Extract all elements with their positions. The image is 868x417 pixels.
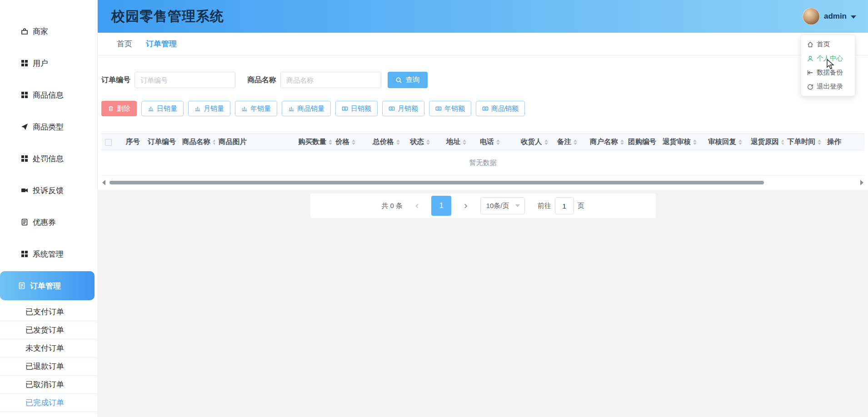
order-no-input[interactable]	[135, 72, 235, 88]
yearly-sales-volume-button[interactable]: 年销量	[235, 101, 277, 116]
bar-chart-icon	[195, 105, 201, 112]
column-header-return-reason[interactable]: 退货原因	[747, 134, 783, 150]
sort-icon[interactable]	[426, 139, 430, 145]
column-header-address[interactable]: 地址	[443, 134, 476, 150]
menu-item-data-backup[interactable]: 数据备份	[801, 65, 855, 79]
feedback-icon	[21, 187, 28, 194]
sort-icon[interactable]	[620, 139, 624, 145]
select-all-checkbox[interactable]	[105, 139, 112, 146]
menu-item-profile[interactable]: 个人中心	[801, 51, 855, 65]
empty-placeholder: 暂无数据	[101, 150, 864, 176]
horizontal-scrollbar[interactable]	[101, 179, 864, 186]
sidebar-item-label: 商家	[33, 26, 48, 37]
query-button[interactable]: 查询	[388, 72, 428, 88]
avatar[interactable]	[803, 8, 820, 25]
sidebar-item-product-type[interactable]: 商品类型	[0, 111, 97, 143]
sort-icon[interactable]	[178, 139, 179, 145]
submenu-item-paid-orders[interactable]: 已支付订单	[0, 303, 97, 321]
sidebar-item-product-info[interactable]: 商品信息	[0, 79, 97, 111]
column-header-price[interactable]: 价格	[332, 134, 369, 150]
app-root: { "header": { "title": "校园零售管理系统", "user…	[0, 0, 868, 417]
sidebar-item-label: 处罚信息	[33, 154, 64, 164]
page-size-select[interactable]: 10条/页	[480, 197, 525, 214]
column-header-consignee[interactable]: 收货人	[517, 134, 554, 150]
user-menu-trigger[interactable]: admin	[803, 8, 856, 25]
product-name-input[interactable]	[280, 72, 381, 88]
column-header-review-reply[interactable]: 审核回复	[704, 134, 747, 150]
column-header-product-name[interactable]: 商品名称	[179, 134, 215, 150]
page-1-button[interactable]: 1	[431, 196, 451, 216]
monthly-sales-volume-button[interactable]: 月销量	[188, 101, 230, 116]
menu-item-home[interactable]: 首页	[801, 37, 855, 51]
sort-icon[interactable]	[818, 139, 821, 145]
search-row: 订单编号 商品名称 查询	[101, 55, 864, 88]
sort-icon[interactable]	[352, 139, 355, 145]
sidebar-item-label: 优惠券	[33, 217, 56, 228]
submenu-item-completed-orders[interactable]: 已完成订单	[0, 394, 97, 412]
monthly-sales-amount-button[interactable]: 月销额	[382, 101, 424, 116]
tab-home[interactable]: 首页	[117, 39, 132, 49]
scroll-left-arrow-icon[interactable]	[102, 180, 105, 185]
sidebar-item-coupon[interactable]: 优惠券	[0, 206, 97, 238]
sort-icon[interactable]	[496, 139, 500, 145]
prev-page-button[interactable]: ‹	[415, 200, 419, 212]
yearly-sales-amount-button[interactable]: 年销额	[429, 101, 471, 116]
sort-icon[interactable]	[658, 139, 659, 145]
coupon-icon	[21, 218, 28, 226]
submenu-item-cancelled-orders[interactable]: 已取消订单	[0, 376, 97, 394]
money-icon	[435, 105, 442, 112]
scroll-right-arrow-icon[interactable]	[860, 180, 863, 185]
column-header-order-no[interactable]: 订单编号	[144, 134, 179, 150]
daily-sales-volume-button[interactable]: 日销量	[141, 101, 184, 116]
submenu-item-shipped-orders[interactable]: 已发货订单	[0, 321, 97, 339]
orders-submenu: 已支付订单 已发货订单 未支付订单 已退款订单 已取消订单 已完成订单	[0, 303, 97, 412]
sidebar-item-label: 商品类型	[33, 122, 64, 132]
column-header-phone[interactable]: 电话	[476, 134, 517, 150]
column-header-merchant-name[interactable]: 商户名称	[586, 134, 624, 150]
sort-icon[interactable]	[693, 139, 697, 145]
next-page-button[interactable]: ›	[464, 200, 467, 212]
sidebar-item-users[interactable]: 用户	[0, 47, 97, 79]
product-sales-amount-button[interactable]: 商品销额	[476, 101, 525, 116]
sort-icon[interactable]	[574, 139, 577, 145]
sidebar-item-label: 系统管理	[33, 249, 64, 259]
menu-item-logout[interactable]: 退出登录	[801, 79, 855, 94]
money-icon	[389, 105, 395, 112]
product-sales-volume-button[interactable]: 商品销量	[282, 101, 331, 116]
backup-icon	[807, 70, 813, 76]
sidebar-item-merchant[interactable]: 商家	[0, 15, 97, 47]
user-dropdown-menu: 首页 个人中心 数据备份 退出登录	[801, 35, 855, 96]
scrollbar-thumb[interactable]	[110, 181, 764, 184]
sidebar-item-feedback[interactable]: 投诉反馈	[0, 174, 97, 206]
sort-icon[interactable]	[396, 139, 400, 145]
daily-sales-amount-button[interactable]: 日销额	[335, 101, 378, 116]
home-icon	[807, 41, 813, 48]
sidebar-item-system[interactable]: 系统管理	[0, 238, 97, 270]
submenu-item-refunded-orders[interactable]: 已退款订单	[0, 357, 97, 376]
column-header-return-review[interactable]: 退货审核	[659, 134, 704, 150]
column-header-remark[interactable]: 备注	[554, 134, 586, 150]
sort-icon[interactable]	[781, 139, 783, 145]
column-header-status[interactable]: 状态	[406, 134, 443, 150]
submenu-item-unpaid-orders[interactable]: 未支付订单	[0, 339, 97, 357]
delete-button[interactable]: 删除	[101, 101, 137, 116]
sort-icon[interactable]	[463, 139, 466, 145]
column-header-index: 序号	[122, 134, 144, 150]
sort-icon[interactable]	[213, 139, 215, 145]
search-icon	[395, 77, 402, 84]
column-header-quantity[interactable]: 购买数量	[294, 134, 332, 150]
goto-prefix-label: 前往	[538, 202, 551, 210]
column-header-order-time[interactable]: 下单时间	[783, 134, 823, 150]
column-header-total-price[interactable]: 总价格	[369, 134, 406, 150]
sort-icon[interactable]	[544, 139, 548, 145]
bar-chart-icon	[288, 105, 294, 112]
tab-order-management[interactable]: 订单管理	[146, 39, 177, 49]
sidebar-item-orders[interactable]: 订单管理	[0, 271, 95, 300]
sidebar-item-penalty[interactable]: 处罚信息	[0, 143, 97, 174]
goto-page-input[interactable]	[555, 197, 574, 214]
column-header-group-buy-no[interactable]: 团购编号	[624, 134, 659, 150]
product-name-label: 商品名称	[247, 75, 276, 85]
sort-icon[interactable]	[329, 139, 332, 145]
app-title: 校园零售管理系统	[111, 7, 224, 26]
sort-icon[interactable]	[738, 139, 742, 145]
